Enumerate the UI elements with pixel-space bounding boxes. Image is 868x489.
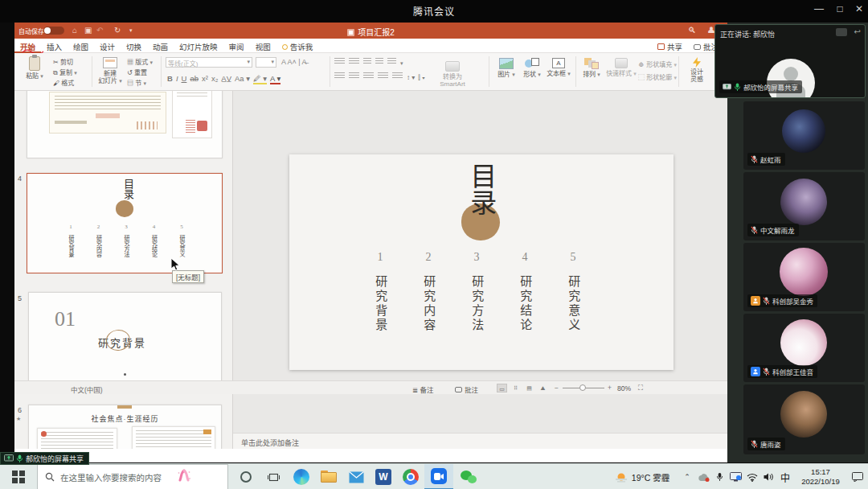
tray-expand-button[interactable]: ⌃ [680,464,694,489]
view-sorter-button[interactable]: ⠿ [510,384,521,392]
arrange-button[interactable]: 排列 ▾ [580,56,603,78]
participant-tile[interactable]: 赵虹雨 [743,101,865,170]
font-size-combo[interactable]: ▾ [256,57,276,68]
layout-button[interactable]: ▦ 版式 ▾ [127,57,153,66]
slide-canvas[interactable]: 目录 1研究背景 2研究内容 3研究方法 4研究结论 5研究意义 [289,154,674,370]
taskbar-wechat[interactable] [455,464,482,489]
design-ideas-button[interactable]: 设计灵感 [683,55,710,83]
quick-styles-button[interactable]: 快速样式 ▾ [606,56,637,77]
format-painter-button[interactable]: 🖌︎ 格式 [53,78,74,87]
tab-draw[interactable]: 绘图 [68,39,94,53]
quick-styles-icon [615,58,628,68]
screen-share-floating-badge[interactable]: 郝欣怡的屏幕共享 [0,452,89,465]
toc-item: 3研究方法 [466,251,487,333]
participant-tile[interactable]: 唐雨姿 [743,384,865,454]
textbox-button[interactable]: A 文本框 ▾ [547,56,571,77]
view-reading-button[interactable]: ▤ [524,384,534,392]
grow-shrink-font-buttons[interactable]: A A˄ | A̶ [281,58,307,66]
convert-smartart-button[interactable]: 转换为SmartArt [432,60,473,88]
new-slide-icon [103,57,117,68]
picture-button[interactable]: 图片 ▾ [495,56,518,78]
toc-items-row: 1研究背景 2研究内容 3研究方法 4研究结论 5研究意义 [370,251,583,333]
taskbar-tencent-meeting[interactable] [424,464,453,489]
tray-volume[interactable] [760,464,776,489]
search-icon[interactable]: 🔍︎ [688,26,696,35]
statusbar-notes-button[interactable]: ≣ 备注 [412,384,434,394]
slide-editor-area[interactable]: 目录 1研究背景 2研究内容 3研究方法 4研究结论 5研究意义 [233,91,727,449]
minimize-icon[interactable]: — [810,3,828,14]
zoom-slider-thumb[interactable] [579,384,586,391]
participant-avatar [782,109,825,153]
tab-review[interactable]: 审阅 [223,39,250,53]
section-button[interactable]: ▤ 节 ▾ [127,78,146,87]
wifi-icon [747,473,758,482]
taskbar-search[interactable]: 在这里输入你要搜索的内容 [37,464,228,489]
font-format-buttons[interactable]: BIUabx²x₂A̲V̲Aa ▾🖉︎ ▾A ▾ [167,74,284,84]
tencent-meeting-icon [431,468,447,484]
tab-transitions[interactable]: 切换 [121,39,147,53]
fit-slide-button[interactable]: ⛶ [638,384,643,392]
taskbar-file-explorer[interactable] [315,464,342,489]
slide5-thumbnail[interactable]: 01 研究背景 [28,292,222,386]
participant-tile[interactable]: 中文解雨龙 [743,172,865,240]
cut-button[interactable]: ✂︎ 剪切 [53,57,73,66]
reaction-icon[interactable] [836,28,847,36]
screen-share-icon [4,454,14,462]
tab-design[interactable]: 设计 [94,39,121,53]
participant-tile[interactable]: 科创部吴金秀 [743,243,865,311]
tray-mic[interactable] [712,464,727,489]
copy-button[interactable]: ⧉ 复制 ▾ [53,68,77,77]
shapes-button[interactable]: 形状 ▾ [521,56,543,78]
view-normal-button[interactable]: ▭ [497,384,507,392]
tab-slideshow[interactable]: 幻灯片放映 [174,39,223,53]
taskbar-weather[interactable]: 19°C 雾霾 [608,464,677,489]
tab-view[interactable]: 视图 [250,39,276,53]
slide6-thumbnail[interactable]: 社会焦点·生涯经历 [28,405,222,449]
paste-button[interactable]: 粘贴 ▾ [23,56,47,80]
shape-outline-button[interactable]: ⬚ 形状轮廓 ▾ [638,72,677,81]
participant-avatar [780,391,827,438]
slide3-stamp-page-image [172,91,212,138]
tab-animations[interactable]: 动画 [147,39,174,53]
zoom-in-button[interactable]: + [608,384,612,392]
screen: 腾讯会议 — □ ✕ 自动保存 ⌂ ▣ ↶ ↻ ▾ 项目汇报2 🔍︎ 👤︎ 开始… [0,0,868,489]
participant-tile[interactable]: 科创部王佳音 [743,314,865,382]
tray-ime[interactable]: 中 [776,464,794,489]
statusbar-comments-button[interactable]: 批注 [455,384,478,394]
notes-pane[interactable]: 单击此处添加备注 [233,433,727,449]
tray-onedrive[interactable] [694,464,712,489]
tray-wifi[interactable] [744,464,760,489]
taskbar-chrome[interactable] [397,464,424,489]
font-name-combo[interactable]: 等线(正文)▾ [166,57,252,68]
action-center-button[interactable] [847,464,868,489]
meeting-window-titlebar: 腾讯会议 — □ ✕ [0,0,868,23]
taskbar-word[interactable]: W [370,464,397,489]
zoom-level[interactable]: 80% [617,384,631,392]
start-button[interactable] [0,464,37,489]
taskbar-mail[interactable] [342,464,370,489]
tray-clock[interactable]: 15:172022/10/19 [794,464,847,489]
tab-tellme[interactable]: 告诉我 [276,39,319,53]
member-badge-icon [751,367,760,376]
close-icon[interactable]: ✕ [850,3,868,14]
shape-fill-button[interactable]: 🩸︎ 形状填充 ▾ [638,60,677,68]
reset-button[interactable]: ↺ 重置 [127,68,147,76]
slide3-thumbnail[interactable] [27,91,223,158]
task-view-button[interactable] [260,464,286,489]
reply-arrow-icon[interactable]: ↩ [854,27,861,36]
speaking-banner: 正在讲话: 郝欣怡 [720,29,775,39]
toc-item: 1研究背景 [370,251,391,333]
slide4-thumbnail[interactable]: 目录 1研究背景 2研究内容 3研究方法 4研究结论 5研究意义 [27,173,223,273]
list-indent-buttons[interactable]: ▾ [334,58,403,67]
slide6-number: 6 [18,406,22,414]
taskbar-edge[interactable] [288,464,315,489]
align-buttons[interactable]: ↕ ▾⫿ ▾ [334,72,428,82]
new-slide-button[interactable]: 新建幻灯片 ▾ [96,55,124,84]
participant-tile-screenshare[interactable]: 正在讲话: 郝欣怡 ↩ 郝欣怡的屏幕共享 [714,24,866,98]
tray-screenshare[interactable] [727,464,744,489]
view-slideshow-button[interactable]: ⛰︎ [538,384,548,392]
cortana-button[interactable] [233,464,259,489]
maximize-icon[interactable]: □ [831,3,849,14]
share-button[interactable]: 共享 [657,41,682,52]
zoom-out-button[interactable]: − [555,384,559,392]
